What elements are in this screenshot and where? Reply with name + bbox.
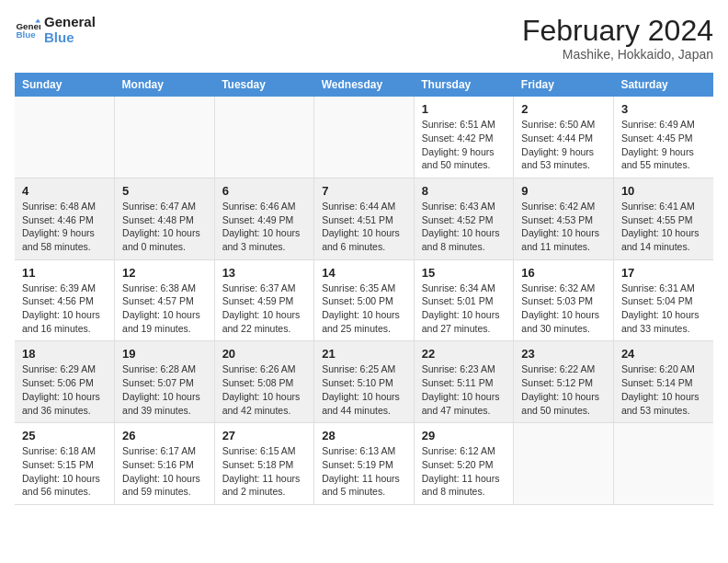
day-detail: Sunrise: 6:35 AMSunset: 5:00 PMDaylight:… — [322, 282, 406, 336]
day-number: 16 — [521, 266, 606, 280]
calendar-day-cell: 19Sunrise: 6:28 AMSunset: 5:07 PMDayligh… — [115, 341, 215, 423]
calendar-day-cell: 15Sunrise: 6:34 AMSunset: 5:01 PMDayligh… — [414, 259, 514, 341]
day-number: 19 — [122, 347, 207, 361]
day-detail: Sunrise: 6:22 AMSunset: 5:12 PMDaylight:… — [521, 362, 606, 417]
day-detail: Sunrise: 6:48 AMSunset: 4:46 PMDaylight:… — [22, 200, 107, 254]
calendar-day-cell: 18Sunrise: 6:29 AMSunset: 5:06 PMDayligh… — [15, 341, 115, 423]
calendar-day-cell: 3Sunrise: 6:49 AMSunset: 4:45 PMDaylight… — [613, 97, 713, 178]
day-detail: Sunrise: 6:17 AMSunset: 5:16 PMDaylight:… — [122, 444, 207, 499]
day-detail: Sunrise: 6:23 AMSunset: 5:11 PMDaylight:… — [422, 362, 506, 417]
day-detail: Sunrise: 6:41 AMSunset: 4:55 PMDaylight:… — [621, 200, 706, 254]
day-detail: Sunrise: 6:51 AMSunset: 4:42 PMDaylight:… — [422, 118, 506, 172]
logo-blue-text: Blue — [44, 30, 96, 46]
calendar-day-cell: 8Sunrise: 6:43 AMSunset: 4:52 PMDaylight… — [414, 178, 514, 259]
logo-general-text: General — [44, 15, 96, 30]
calendar-day-cell — [314, 97, 415, 178]
day-number: 10 — [621, 184, 706, 198]
calendar-day-cell: 12Sunrise: 6:38 AMSunset: 4:57 PMDayligh… — [115, 259, 215, 341]
day-number: 15 — [422, 266, 506, 280]
day-number: 5 — [122, 184, 207, 198]
day-number: 18 — [22, 347, 107, 361]
calendar-day-cell: 10Sunrise: 6:41 AMSunset: 4:55 PMDayligh… — [613, 178, 713, 259]
day-number: 12 — [122, 266, 207, 280]
day-number: 20 — [222, 347, 307, 361]
day-detail: Sunrise: 6:39 AMSunset: 4:56 PMDaylight:… — [22, 282, 107, 336]
header-monday: Monday — [115, 73, 215, 97]
day-detail: Sunrise: 6:29 AMSunset: 5:06 PMDaylight:… — [22, 362, 107, 417]
title-area: February 2024 Mashike, Hokkaido, Japan — [522, 15, 713, 62]
day-number: 3 — [621, 102, 706, 116]
day-number: 8 — [422, 184, 506, 198]
day-detail: Sunrise: 6:49 AMSunset: 4:45 PMDaylight:… — [621, 118, 706, 172]
calendar-day-cell — [514, 423, 614, 505]
calendar-day-cell — [15, 97, 115, 178]
calendar-day-cell: 6Sunrise: 6:46 AMSunset: 4:49 PMDaylight… — [214, 178, 314, 259]
calendar-day-cell: 23Sunrise: 6:22 AMSunset: 5:12 PMDayligh… — [514, 341, 614, 423]
day-detail: Sunrise: 6:31 AMSunset: 5:04 PMDaylight:… — [621, 282, 706, 336]
header-thursday: Thursday — [414, 73, 514, 97]
day-number: 13 — [222, 266, 307, 280]
day-number: 14 — [322, 266, 406, 280]
calendar-day-cell: 29Sunrise: 6:12 AMSunset: 5:20 PMDayligh… — [414, 423, 514, 505]
day-number: 11 — [22, 266, 107, 280]
day-number: 9 — [521, 184, 606, 198]
day-detail: Sunrise: 6:25 AMSunset: 5:10 PMDaylight:… — [322, 362, 406, 417]
week-row-1: 1Sunrise: 6:51 AMSunset: 4:42 PMDaylight… — [15, 97, 713, 178]
day-number: 21 — [322, 347, 406, 361]
day-detail: Sunrise: 6:28 AMSunset: 5:07 PMDaylight:… — [122, 362, 207, 417]
week-row-3: 11Sunrise: 6:39 AMSunset: 4:56 PMDayligh… — [15, 259, 713, 341]
calendar-table: SundayMondayTuesdayWednesdayThursdayFrid… — [15, 73, 713, 505]
calendar-header-row: SundayMondayTuesdayWednesdayThursdayFrid… — [15, 73, 713, 97]
day-number: 4 — [22, 184, 107, 198]
week-row-2: 4Sunrise: 6:48 AMSunset: 4:46 PMDaylight… — [15, 178, 713, 259]
header-wednesday: Wednesday — [314, 73, 415, 97]
calendar-day-cell: 2Sunrise: 6:50 AMSunset: 4:44 PMDaylight… — [514, 97, 614, 178]
calendar-day-cell: 13Sunrise: 6:37 AMSunset: 4:59 PMDayligh… — [214, 259, 314, 341]
calendar-day-cell: 16Sunrise: 6:32 AMSunset: 5:03 PMDayligh… — [514, 259, 614, 341]
day-number: 6 — [222, 184, 307, 198]
day-detail: Sunrise: 6:34 AMSunset: 5:01 PMDaylight:… — [422, 282, 506, 336]
calendar-day-cell: 7Sunrise: 6:44 AMSunset: 4:51 PMDaylight… — [314, 178, 415, 259]
calendar-day-cell — [613, 423, 713, 505]
calendar-day-cell: 25Sunrise: 6:18 AMSunset: 5:15 PMDayligh… — [15, 423, 115, 505]
day-number: 7 — [322, 184, 406, 198]
header-sunday: Sunday — [15, 73, 115, 97]
day-detail: Sunrise: 6:20 AMSunset: 5:14 PMDaylight:… — [621, 362, 706, 417]
header-tuesday: Tuesday — [214, 73, 314, 97]
calendar-day-cell: 1Sunrise: 6:51 AMSunset: 4:42 PMDaylight… — [414, 97, 514, 178]
day-detail: Sunrise: 6:43 AMSunset: 4:52 PMDaylight:… — [422, 200, 506, 254]
logo-icon: General Blue — [15, 17, 40, 43]
day-number: 29 — [422, 429, 506, 442]
calendar-day-cell: 26Sunrise: 6:17 AMSunset: 5:16 PMDayligh… — [115, 423, 215, 505]
calendar-day-cell — [115, 97, 215, 178]
day-number: 23 — [521, 347, 606, 361]
header: General Blue General Blue February 2024 … — [15, 15, 713, 62]
day-detail: Sunrise: 6:26 AMSunset: 5:08 PMDaylight:… — [222, 362, 307, 417]
day-detail: Sunrise: 6:47 AMSunset: 4:48 PMDaylight:… — [122, 200, 207, 254]
day-number: 22 — [422, 347, 506, 361]
day-number: 24 — [621, 347, 706, 361]
calendar-day-cell: 17Sunrise: 6:31 AMSunset: 5:04 PMDayligh… — [613, 259, 713, 341]
day-detail: Sunrise: 6:18 AMSunset: 5:15 PMDaylight:… — [22, 444, 107, 499]
calendar-day-cell: 27Sunrise: 6:15 AMSunset: 5:18 PMDayligh… — [214, 423, 314, 505]
page-subtitle: Mashike, Hokkaido, Japan — [522, 47, 713, 62]
svg-text:Blue: Blue — [16, 29, 36, 40]
calendar-day-cell: 28Sunrise: 6:13 AMSunset: 5:19 PMDayligh… — [314, 423, 415, 505]
header-friday: Friday — [514, 73, 614, 97]
day-detail: Sunrise: 6:50 AMSunset: 4:44 PMDaylight:… — [521, 118, 606, 172]
day-detail: Sunrise: 6:32 AMSunset: 5:03 PMDaylight:… — [521, 282, 606, 336]
calendar-day-cell — [214, 97, 314, 178]
calendar-day-cell: 4Sunrise: 6:48 AMSunset: 4:46 PMDaylight… — [15, 178, 115, 259]
page-title: February 2024 — [522, 15, 713, 47]
calendar-day-cell: 5Sunrise: 6:47 AMSunset: 4:48 PMDaylight… — [115, 178, 215, 259]
day-detail: Sunrise: 6:12 AMSunset: 5:20 PMDaylight:… — [422, 444, 506, 499]
week-row-4: 18Sunrise: 6:29 AMSunset: 5:06 PMDayligh… — [15, 341, 713, 423]
calendar-day-cell: 20Sunrise: 6:26 AMSunset: 5:08 PMDayligh… — [214, 341, 314, 423]
day-number: 1 — [422, 102, 506, 116]
day-detail: Sunrise: 6:13 AMSunset: 5:19 PMDaylight:… — [322, 444, 406, 499]
day-number: 2 — [521, 102, 606, 116]
week-row-5: 25Sunrise: 6:18 AMSunset: 5:15 PMDayligh… — [15, 423, 713, 505]
calendar-day-cell: 14Sunrise: 6:35 AMSunset: 5:00 PMDayligh… — [314, 259, 415, 341]
day-detail: Sunrise: 6:37 AMSunset: 4:59 PMDaylight:… — [222, 282, 307, 336]
calendar-day-cell: 9Sunrise: 6:42 AMSunset: 4:53 PMDaylight… — [514, 178, 614, 259]
